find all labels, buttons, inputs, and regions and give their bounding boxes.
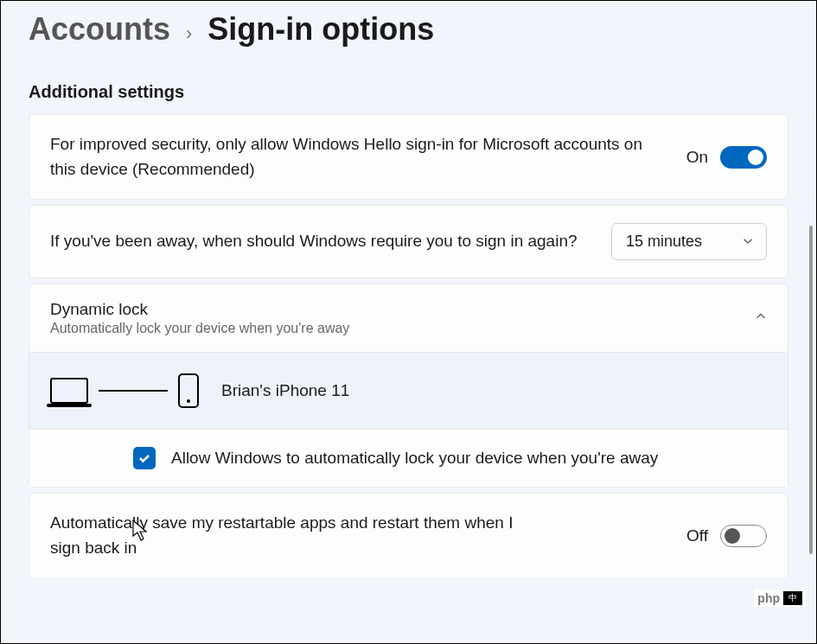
chevron-up-icon [755, 310, 767, 326]
windows-hello-toggle-label: On [686, 148, 708, 167]
require-signin-dropdown[interactable]: 15 minutes [611, 223, 767, 260]
dynamic-lock-checkbox-row: Allow Windows to automatically lock your… [29, 429, 788, 487]
dynamic-lock-devices: Brian's iPhone 11 [29, 352, 788, 429]
restart-apps-text: Automatically save my restartable apps a… [50, 511, 517, 560]
dynamic-lock-header[interactable]: Dynamic lock Automatically lock your dev… [29, 284, 788, 352]
restart-apps-card: Automatically save my restartable apps a… [29, 493, 788, 577]
require-signin-text: If you've been away, when should Windows… [50, 229, 594, 254]
dynamic-lock-panel: Dynamic lock Automatically lock your dev… [29, 284, 788, 488]
restart-apps-toggle-label: Off [686, 526, 708, 545]
restart-apps-toggle[interactable] [720, 525, 767, 547]
chevron-right-icon: › [186, 22, 192, 45]
phone-icon [178, 373, 199, 408]
breadcrumb: Accounts › Sign-in options [29, 1, 788, 82]
dynamic-lock-title: Dynamic lock [50, 300, 349, 319]
watermark-text-2: 中 [783, 591, 802, 605]
section-title: Additional settings [29, 82, 788, 102]
windows-hello-toggle[interactable] [720, 146, 767, 169]
chevron-down-icon [742, 233, 754, 251]
link-line-icon [99, 390, 168, 392]
require-signin-card: If you've been away, when should Windows… [29, 205, 788, 278]
scrollbar[interactable] [809, 226, 813, 554]
watermark-text-1: php [757, 591, 780, 605]
paired-device-name: Brian's iPhone 11 [221, 381, 349, 400]
breadcrumb-parent[interactable]: Accounts [29, 11, 170, 48]
windows-hello-card: For improved security, only allow Window… [29, 114, 788, 200]
dynamic-lock-checkbox[interactable] [133, 447, 156, 469]
breadcrumb-current: Sign-in options [207, 11, 434, 48]
dynamic-lock-checkbox-label: Allow Windows to automatically lock your… [171, 449, 658, 468]
laptop-icon [50, 378, 88, 404]
windows-hello-text: For improved security, only allow Window… [50, 132, 669, 182]
dynamic-lock-subtitle: Automatically lock your device when you'… [50, 321, 349, 336]
require-signin-selected: 15 minutes [626, 233, 702, 250]
watermark: php 中 [754, 590, 806, 607]
